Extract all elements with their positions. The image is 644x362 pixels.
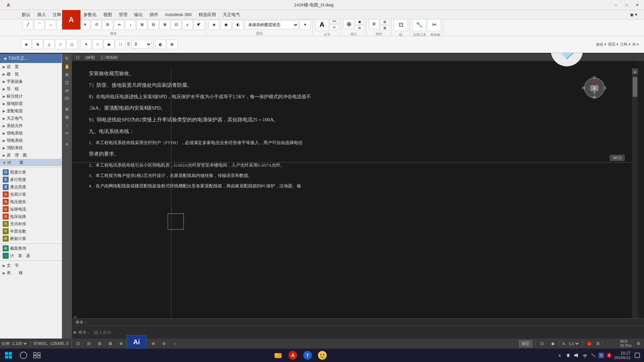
- wcs-label[interactable]: WCS: [610, 155, 625, 161]
- stretch2-btn[interactable]: ↕: [65, 122, 69, 129]
- tool-rotate[interactable]: ↺: [91, 20, 102, 30]
- calc-multirow[interactable]: 多 多行照度: [0, 176, 62, 183]
- vp-style-btn[interactable]: [二维线框]: [100, 55, 119, 60]
- minimize-button[interactable]: ─: [611, 2, 621, 8]
- calc-reactive[interactable]: 无 无功补偿: [0, 220, 62, 228]
- tree-item-fire[interactable]: ▶消防系统: [0, 144, 62, 152]
- vp-view-btn[interactable]: [俯视]: [84, 55, 96, 60]
- tree-item-elec[interactable]: ▶强电系统: [0, 129, 62, 137]
- calc-load[interactable]: 负 负荷计算: [0, 191, 62, 198]
- explorer-icon[interactable]: [272, 349, 284, 361]
- tree-item-tianzheng[interactable]: ▶天正电气: [0, 115, 62, 122]
- status-snap9[interactable]: ⊜: [160, 340, 168, 348]
- zoom-btn[interactable]: ⊕: [64, 71, 70, 78]
- ratio-select[interactable]: 1:1: [568, 341, 580, 346]
- prop-sub2[interactable]: ▧: [380, 25, 389, 31]
- status-snap10[interactable]: ↕: [171, 340, 179, 348]
- row2-btn8[interactable]: ◉: [104, 39, 114, 49]
- tool-move[interactable]: ✛: [79, 20, 90, 30]
- menu-autodesk360[interactable]: Autodesk 360: [162, 10, 195, 19]
- tianzheng-taskbar-icon[interactable]: T: [302, 349, 314, 361]
- orbit-btn[interactable]: ↻: [64, 55, 70, 62]
- tree-item-wire[interactable]: ▶导 线: [0, 85, 62, 93]
- scroll-up[interactable]: ▲: [632, 68, 638, 74]
- layer-btn3[interactable]: ◐: [233, 20, 244, 30]
- start-button[interactable]: [0, 349, 17, 362]
- tree-item-syselem[interactable]: ▶系统元件: [0, 122, 62, 129]
- status-snap1[interactable]: ⊡: [74, 340, 82, 348]
- panel-nav[interactable]: ◄: [3, 56, 7, 61]
- insert-btn[interactable]: ⊕: [343, 19, 354, 29]
- status-snap4[interactable]: ⊠: [106, 340, 114, 348]
- tool-copy[interactable]: ⧉: [102, 20, 113, 30]
- tool-mirror[interactable]: ⇔: [114, 20, 124, 30]
- text2-btn[interactable]: A: [65, 141, 69, 147]
- text-dim[interactable]: A↕: [330, 24, 339, 30]
- menu-default[interactable]: 默认: [18, 10, 34, 19]
- insert-sub1[interactable]: ▣: [355, 19, 364, 24]
- status-snap3[interactable]: ⊞: [96, 340, 104, 348]
- autocad-taskbar-icon[interactable]: A: [287, 349, 299, 361]
- group-btn[interactable]: ⊡: [394, 18, 408, 31]
- tool-chamfer[interactable]: ◤: [194, 20, 204, 30]
- row2-btn3[interactable]: △: [44, 39, 54, 49]
- tool-line[interactable]: ╱: [22, 20, 33, 30]
- tool-array[interactable]: ⊟: [148, 20, 159, 30]
- utility-btn2[interactable]: ✂: [427, 18, 441, 31]
- tool-trim[interactable]: ⊠: [159, 20, 170, 30]
- tool-extend[interactable]: ⊡: [171, 20, 181, 30]
- scale-select[interactable]: 1:100: [11, 341, 28, 346]
- search-taskbar-btn[interactable]: [17, 349, 30, 361]
- menu-manage[interactable]: 管理: [115, 10, 131, 19]
- status-view1[interactable]: ⊡: [538, 340, 546, 348]
- array2-btn[interactable]: ⊞: [64, 114, 70, 121]
- layer-state-select[interactable]: 未保存的图层状态: [245, 20, 299, 29]
- tree-item-stats[interactable]: ▶标注统计: [0, 93, 62, 100]
- prop-sub1[interactable]: ▤: [380, 19, 389, 24]
- row2-btn7[interactable]: ☆: [92, 39, 103, 49]
- face-taskbar-icon[interactable]: [316, 349, 328, 361]
- tool-fillet[interactable]: ↙: [182, 20, 193, 30]
- utility-btn1[interactable]: 🔧: [412, 18, 426, 31]
- row2-btn1[interactable]: ◈: [21, 39, 32, 49]
- properties-btn[interactable]: ≡: [369, 19, 379, 29]
- pan-btn[interactable]: ✋: [63, 63, 71, 70]
- taskbar-wifi[interactable]: [582, 352, 588, 359]
- close-button[interactable]: ✕: [632, 2, 642, 8]
- taskview-btn[interactable]: [31, 349, 43, 361]
- tree-item-floor[interactable]: ▶平面设备: [0, 78, 62, 85]
- calc-pointwise[interactable]: 逐 逐点照度: [0, 183, 62, 191]
- command-input-field[interactable]: [94, 330, 642, 335]
- taskbar-volume[interactable]: [573, 352, 580, 359]
- layer-btn2[interactable]: ◉: [221, 20, 231, 30]
- settings-icon[interactable]: ⚙: [634, 340, 642, 348]
- menu-extra[interactable]: ◉ ▾: [627, 12, 641, 17]
- sougou-icon[interactable]: S: [606, 352, 612, 359]
- zoomw-btn[interactable]: ⊡: [64, 79, 70, 86]
- text-btn[interactable]: A: [315, 18, 329, 31]
- menu-insert[interactable]: 插入: [34, 10, 49, 19]
- calc-section-query[interactable]: 截 截面查询: [0, 245, 62, 252]
- ai-label[interactable]: Ai: [126, 335, 147, 349]
- calc-lowvoltage[interactable]: 低 低压短路: [0, 213, 62, 220]
- calc-lightning[interactable]: 年 年雷击数: [0, 228, 62, 235]
- tool-stretch[interactable]: ↕: [125, 20, 136, 30]
- draw2d-btn[interactable]: 2D: [63, 95, 70, 101]
- calc-voltage[interactable]: 电 电压损失: [0, 198, 62, 205]
- vp-layout-btn[interactable]: [-]: [75, 55, 81, 60]
- status-snap2[interactable]: ⊟: [85, 340, 93, 348]
- taskbar-mute[interactable]: [590, 352, 597, 359]
- row2-more1[interactable]: ◐: [155, 39, 166, 49]
- row2-more2[interactable]: ⊞: [167, 39, 177, 49]
- scroll-thumb[interactable]: [633, 77, 637, 97]
- tree-table[interactable]: ▶表 格: [0, 269, 62, 277]
- status-snap5[interactable]: ⊕: [117, 340, 125, 348]
- menu-parametric[interactable]: 参数化: [80, 10, 100, 19]
- layer-dropdown-btn[interactable]: ▾: [300, 20, 311, 30]
- chevron-up-icon[interactable]: ∧: [556, 352, 563, 359]
- tool-arc[interactable]: ⌒: [34, 20, 45, 30]
- model-space-btn[interactable]: 模型: [519, 340, 532, 347]
- layer-btn1[interactable]: ◈: [209, 20, 219, 30]
- row2-btn5[interactable]: ◻: [66, 39, 77, 49]
- taskbar-network[interactable]: [565, 352, 572, 359]
